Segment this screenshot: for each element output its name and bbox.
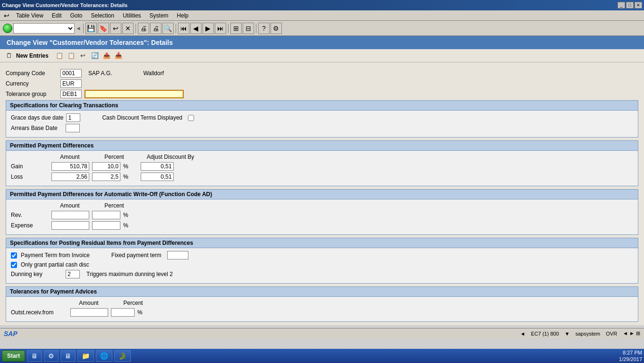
dunning-key-desc: Triggers maximum dunning level 2	[86, 271, 173, 277]
taskbar-item-1[interactable]: 🖥	[27, 350, 42, 362]
partial-cash-label: Only grant partial cash disc	[21, 261, 89, 268]
dunning-key-row: Dunning key Triggers maximum dunning lev…	[11, 270, 633, 278]
company-code-row: Company Code SAP A.G. Walldorf	[6, 69, 638, 78]
maximize-button[interactable]: □	[626, 2, 634, 9]
command-field[interactable]	[13, 23, 75, 34]
sap-status-right: ◄ EC7 (1) 800 ▼ sapsystem OVR ◄ ► ⊞	[520, 330, 640, 337]
loss-percent-input[interactable]	[92, 173, 120, 181]
nav-first-button[interactable]: ⏮	[178, 23, 189, 34]
taskbar-item-4[interactable]: 📁	[77, 350, 94, 362]
separator-3	[176, 24, 176, 33]
save-button[interactable]: 💾	[85, 23, 97, 34]
auto-writeoff-content: Amount Percent Rev. % Expense %	[6, 199, 638, 234]
copy-button[interactable]: 📋	[54, 51, 65, 61]
undo2-button[interactable]: ↩	[78, 51, 88, 61]
cancel-button[interactable]: ✕	[122, 23, 134, 34]
find-button[interactable]: 🔍	[162, 23, 174, 34]
customize-button[interactable]: ⚙	[271, 23, 282, 34]
title-bar: Change View Customer/Vendor Tolerances: …	[0, 0, 644, 10]
nav-last-button[interactable]: ⏭	[215, 23, 226, 34]
nav-next-button[interactable]: ▶	[203, 23, 214, 34]
taskbar-icon-6: 🐊	[119, 352, 127, 360]
residual-section: Specifications for Posting Residual Item…	[6, 238, 638, 284]
expense-percent-input[interactable]	[92, 221, 120, 230]
gain-percent-input[interactable]	[92, 162, 120, 171]
main-toolbar: ◄ 💾 🔖 ↩ ✕ 🖨 🖨 🔍 ⏮ ◀ ▶ ⏭ ⊞ ⊟ ? ⚙	[0, 21, 644, 36]
fixed-payment-input[interactable]	[167, 251, 188, 259]
gain-adjust-input[interactable]	[141, 162, 174, 171]
layout-button[interactable]: ⊟	[243, 23, 254, 34]
nav-back-icon: ◄	[76, 25, 81, 32]
nav-left-icon[interactable]: ◄	[520, 331, 525, 337]
taskbar-item-2[interactable]: ⚙	[44, 350, 59, 362]
user-info: sapsystem	[576, 331, 601, 337]
clearing-section-content: Grace days due date Cash Discount Terms …	[6, 111, 638, 137]
expense-percent-symbol: %	[123, 222, 128, 229]
help-button[interactable]: ?	[258, 23, 270, 34]
loss-amount-input[interactable]	[51, 173, 89, 181]
taskbar-right: 8:27 PM 1/29/2017	[619, 349, 642, 363]
rev-percent-symbol: %	[123, 212, 128, 218]
expense-amount-input[interactable]	[51, 221, 89, 230]
taskbar-item-3[interactable]: 🖥	[60, 350, 76, 362]
copy2-button[interactable]: 📋	[66, 51, 76, 61]
menu-system[interactable]: System	[146, 11, 172, 20]
taskbar-item-6[interactable]: 🐊	[114, 350, 131, 362]
residual-content: Payment Term from Invoice Fixed payment …	[6, 248, 638, 283]
new-entries-label[interactable]: New Entries	[16, 52, 49, 59]
dunning-key-input[interactable]	[66, 270, 80, 278]
menu-help[interactable]: Help	[173, 11, 193, 20]
rev-amount-input[interactable]	[51, 211, 89, 219]
rev-percent-input[interactable]	[92, 211, 120, 219]
refresh-button[interactable]: 🔄	[90, 51, 100, 61]
menu-tableview[interactable]: Table View	[12, 11, 47, 20]
aw-percent-header: Percent	[93, 202, 136, 209]
nav-prev-button[interactable]: ◀	[190, 23, 202, 34]
outst-recv-label: Outst.receiv.from	[11, 309, 68, 316]
payment-advices-section: Tolerances for Payment Advices Amount Pe…	[6, 286, 638, 322]
grace-days-input[interactable]	[66, 113, 80, 122]
partial-cash-checkbox[interactable]	[11, 262, 17, 268]
outst-recv-amount-input[interactable]	[70, 308, 108, 317]
gain-amount-input[interactable]	[51, 162, 89, 171]
ppd-section: Permitted Payment Differences Amount Per…	[6, 140, 638, 186]
tolerance-group-row: Tolerance group	[6, 90, 638, 98]
currency-row: Currency	[6, 79, 638, 88]
arrears-base-input[interactable]	[66, 124, 80, 132]
system-dropdown-icon[interactable]: ▼	[565, 331, 570, 337]
dunning-key-label: Dunning key	[11, 271, 63, 277]
taskbar-icon-1: 🖥	[31, 352, 38, 360]
payment-term-label: Payment Term from Invoice	[21, 252, 90, 259]
currency-input[interactable]	[60, 79, 82, 88]
sap-logo: SAP	[4, 330, 17, 337]
multiselect-button[interactable]: ⊞	[230, 23, 242, 34]
company-code-label: Company Code	[6, 70, 58, 77]
import-button[interactable]: 📥	[113, 51, 124, 61]
tolerance-group-label: Tolerance group	[6, 91, 58, 97]
menu-selection[interactable]: Selection	[87, 11, 118, 20]
arrears-base-label: Arrears Base Date	[11, 125, 63, 131]
grace-days-row: Grace days due date Cash Discount Terms …	[11, 113, 633, 122]
tolerance-group-desc-input[interactable]	[85, 90, 184, 98]
shortcut-button[interactable]: 🔖	[98, 23, 109, 34]
menu-edit[interactable]: Edit	[48, 11, 66, 20]
taskbar-item-5[interactable]: 🌐	[96, 350, 112, 362]
exit-icon-btn[interactable]: ↩	[2, 11, 11, 20]
menu-utilities[interactable]: Utilities	[119, 11, 145, 20]
grace-days-label: Grace days due date	[11, 114, 63, 121]
tolerance-group-input[interactable]	[60, 90, 82, 98]
start-button[interactable]: Start	[2, 350, 25, 362]
payment-term-checkbox[interactable]	[11, 252, 17, 259]
minimize-button[interactable]: _	[618, 2, 625, 9]
menu-goto[interactable]: Goto	[67, 11, 86, 20]
close-button[interactable]: ✕	[635, 2, 642, 9]
outst-recv-percent-input[interactable]	[111, 308, 135, 317]
print-button[interactable]: 🖨	[138, 23, 149, 34]
undo-button[interactable]: ↩	[110, 23, 121, 34]
new-entries-icon[interactable]: 🗒	[4, 51, 14, 61]
print2-button[interactable]: 🖨	[150, 23, 161, 34]
export-button[interactable]: 📤	[102, 51, 112, 61]
company-code-input[interactable]	[60, 69, 82, 78]
loss-adjust-input[interactable]	[141, 173, 174, 181]
cash-discount-checkbox[interactable]	[188, 115, 194, 121]
